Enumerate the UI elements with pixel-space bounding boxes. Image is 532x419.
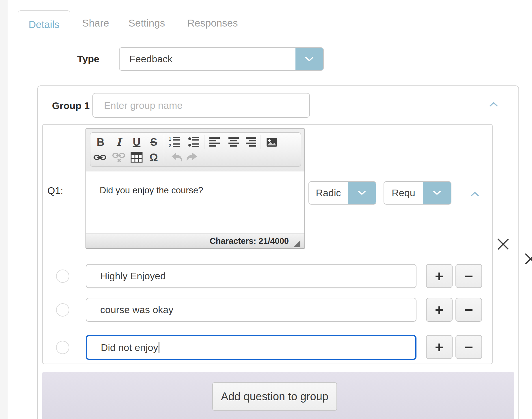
chevron-up-icon: [489, 102, 498, 107]
redo-button[interactable]: [184, 150, 200, 164]
required-select[interactable]: Requ: [384, 181, 451, 205]
left-gutter: [0, 0, 8, 419]
remove-option-button[interactable]: −: [455, 264, 482, 288]
bold-icon: B: [97, 137, 105, 147]
underline-icon: U: [133, 137, 141, 147]
option-radio[interactable]: [56, 341, 69, 354]
required-dropdown-button[interactable]: [423, 182, 451, 204]
svg-text:1: 1: [169, 137, 171, 142]
option-radio[interactable]: [56, 270, 69, 283]
text-cursor: [159, 342, 159, 353]
add-question-button[interactable]: Add question to group: [212, 382, 337, 411]
tab-settings[interactable]: Settings: [129, 17, 165, 29]
table-icon: [131, 152, 143, 163]
toolbar-separator: [261, 135, 261, 149]
insert-image-button[interactable]: [264, 135, 280, 149]
tab-responses[interactable]: Responses: [187, 17, 238, 29]
align-right-button[interactable]: [243, 135, 259, 149]
type-label: Type: [40, 53, 99, 65]
option-input-3-focused[interactable]: Did not enjoy: [86, 335, 416, 360]
delete-question-button[interactable]: [496, 237, 510, 251]
bullet-list-icon: [188, 136, 200, 148]
type-select-value: Feedback: [120, 48, 295, 70]
group-label: Group 1: [52, 100, 90, 111]
align-center-icon: [227, 136, 240, 148]
redo-icon: [185, 152, 198, 162]
group-name-input[interactable]: [92, 93, 310, 118]
required-value: Requ: [384, 182, 423, 204]
toolbar-separator: [204, 135, 204, 149]
undo-icon: [170, 152, 183, 162]
question-text: Did you enjoy the course?: [100, 185, 203, 196]
tab-share[interactable]: Share: [82, 17, 109, 29]
plus-icon: +: [435, 302, 444, 317]
editor-content-area[interactable]: [86, 171, 304, 233]
add-question-label: Add question to group: [221, 390, 328, 403]
option-text: Highly Enjoyed: [100, 270, 166, 282]
chevron-down-icon: [433, 190, 441, 195]
question-number-label: Q1:: [47, 185, 63, 196]
option-text: Did not enjoy: [101, 342, 158, 353]
minus-icon: −: [464, 340, 473, 355]
close-icon: [524, 252, 532, 266]
close-icon: [496, 237, 510, 251]
bold-button[interactable]: B: [92, 135, 109, 149]
unlink-button[interactable]: [111, 150, 127, 164]
chevron-down-icon: [305, 57, 314, 62]
align-right-icon: [245, 136, 257, 148]
svg-text:2: 2: [169, 143, 171, 148]
question-type-dropdown-button[interactable]: [348, 182, 376, 204]
plus-icon: +: [435, 269, 444, 284]
type-select[interactable]: Feedback: [119, 47, 324, 71]
chevron-down-icon: [358, 190, 366, 195]
plus-icon: +: [435, 340, 444, 355]
special-char-button[interactable]: Ω: [146, 150, 162, 164]
omega-icon: Ω: [149, 152, 158, 163]
underline-button[interactable]: U: [129, 135, 145, 149]
undo-button[interactable]: [169, 150, 185, 164]
tabbar-divider: [18, 38, 532, 38]
bullet-list-button[interactable]: [186, 135, 202, 149]
option-radio[interactable]: [56, 303, 69, 317]
add-option-button[interactable]: +: [426, 335, 453, 359]
insert-table-button[interactable]: [129, 150, 145, 164]
option-text: course was okay: [100, 304, 173, 315]
option-input-1[interactable]: Highly Enjoyed: [86, 264, 416, 288]
align-left-icon: [208, 136, 221, 148]
italic-button[interactable]: I: [111, 135, 127, 149]
ordered-list-button[interactable]: 1 2: [166, 135, 183, 149]
link-button[interactable]: [92, 150, 108, 164]
add-option-button[interactable]: +: [426, 298, 453, 322]
add-option-button[interactable]: +: [426, 264, 453, 288]
strikethrough-button[interactable]: S: [146, 135, 162, 149]
align-center-button[interactable]: [226, 135, 242, 149]
tab-details-label: Details: [29, 19, 59, 30]
minus-icon: −: [464, 269, 473, 284]
tab-details[interactable]: Details: [18, 10, 70, 38]
resize-grip[interactable]: [293, 240, 300, 247]
italic-icon: I: [116, 137, 121, 147]
question-collapse-button[interactable]: [470, 191, 479, 197]
option-input-2[interactable]: course was okay: [86, 298, 416, 322]
chevron-up-icon: [470, 191, 479, 197]
question-type-select[interactable]: Radic: [308, 181, 376, 205]
link-icon: [93, 153, 107, 161]
minus-icon: −: [464, 302, 473, 317]
character-counter: Characters: 21/4000: [210, 236, 289, 246]
question-type-value: Radic: [309, 182, 348, 204]
type-select-dropdown-button[interactable]: [295, 48, 323, 70]
toolbar-separator: [164, 151, 164, 164]
group-collapse-button[interactable]: [489, 102, 498, 107]
remove-option-button[interactable]: −: [455, 335, 482, 359]
strikethrough-icon: S: [150, 137, 157, 147]
toolbar-separator: [164, 135, 164, 149]
remove-option-button[interactable]: −: [455, 298, 482, 322]
align-left-button[interactable]: [207, 135, 223, 149]
ordered-list-icon: 1 2: [168, 136, 181, 148]
image-icon: [265, 136, 278, 148]
delete-group-button[interactable]: [524, 252, 532, 266]
unlink-icon: [112, 152, 125, 162]
